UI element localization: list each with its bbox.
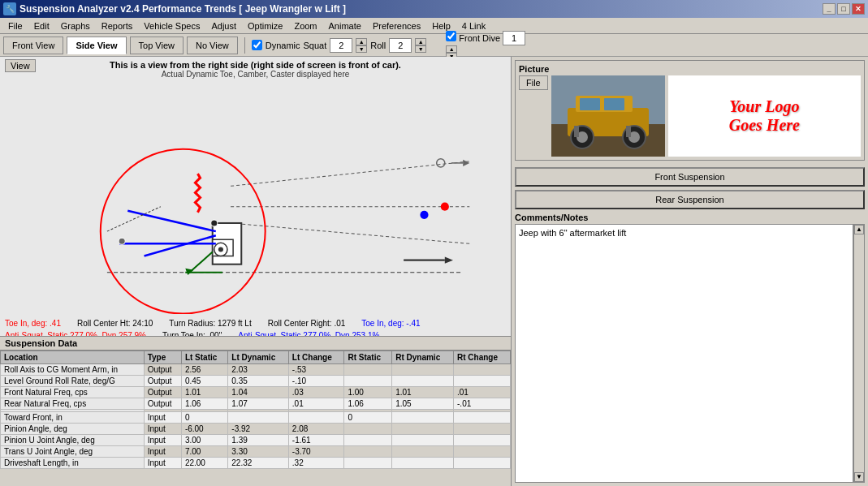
- col-rt-change: Rt Change: [454, 351, 511, 364]
- squat-spinner[interactable]: ▲ ▼: [356, 38, 367, 53]
- turn-toe: Turn Toe In: .00'': [162, 329, 222, 337]
- menu-edit[interactable]: Edit: [29, 20, 54, 32]
- roll-up[interactable]: ▲: [415, 38, 426, 45]
- picture-file-button[interactable]: File: [519, 75, 548, 90]
- toe-in-left: Toe In, deg: .41: [5, 317, 61, 329]
- scroll-down[interactable]: ▼: [854, 472, 864, 482]
- menu-help[interactable]: Help: [427, 20, 456, 32]
- svg-rect-36: [626, 126, 631, 137]
- menu-graphs[interactable]: Graphs: [56, 20, 95, 32]
- roll-center-ht: Roll Center Ht: 24:10: [77, 317, 153, 329]
- tab-front-view[interactable]: Front View: [3, 37, 63, 54]
- col-location: Location: [1, 351, 145, 364]
- squat-down[interactable]: ▼: [356, 45, 367, 53]
- menu-file[interactable]: File: [3, 20, 28, 32]
- vehicle-photo-svg: [551, 75, 665, 157]
- squat-input[interactable]: [330, 38, 352, 53]
- status-bar: Toe In, deg: .41 Roll Center Ht: 24:10 T…: [0, 316, 511, 337]
- roll-down[interactable]: ▼: [415, 45, 426, 53]
- svg-point-11: [420, 211, 428, 219]
- app-icon: 🔧: [3, 2, 16, 15]
- svg-rect-0: [0, 79, 511, 313]
- main-area: View This is a view from the right side …: [0, 57, 868, 486]
- col-rt-static: Rt Static: [344, 351, 392, 364]
- data-area: Suspension Data Location Type Lt Static …: [0, 337, 511, 486]
- table-row: Trans U Joint Angle, degInput7.003.30-3.…: [1, 446, 511, 458]
- front-dive-input[interactable]: [503, 31, 525, 45]
- col-lt-dynamic: Lt Dynamic: [228, 351, 289, 364]
- rear-suspension-button[interactable]: Rear Suspension: [515, 190, 865, 209]
- maximize-button[interactable]: □: [837, 3, 850, 15]
- table-row: Pinion U Joint Angle, degInput3.001.39-1…: [1, 435, 511, 446]
- minimize-button[interactable]: _: [823, 3, 836, 15]
- front-suspension-button[interactable]: Front Suspension: [515, 167, 865, 187]
- anti-squat-right: Anti-Squat, Static 277.0% Dyn 253.1%: [238, 329, 379, 337]
- roll-label: Roll: [370, 41, 386, 50]
- anti-squat-left: Anti-Squat, Static 277.0% Dyn 257.9%: [5, 329, 146, 337]
- menu-reports[interactable]: Reports: [97, 20, 138, 32]
- menu-optimize[interactable]: Optimize: [243, 20, 287, 32]
- comments-scrollbar[interactable]: ▲ ▼: [853, 224, 865, 483]
- turn-radius: Turn Radius: 1279 ft Lt: [169, 317, 251, 329]
- menu-preferences[interactable]: Preferences: [368, 20, 425, 32]
- table-row: Toward Front, inInput00: [1, 412, 511, 424]
- svg-rect-35: [574, 126, 579, 137]
- menu-zoom[interactable]: Zoom: [289, 20, 322, 32]
- table-row: Rear Natural Freq, cpsOutput1.061.07.011…: [1, 398, 511, 410]
- tab-top-view[interactable]: Top View: [130, 37, 184, 54]
- menu-bar: File Edit Graphs Reports Vehicle Specs A…: [0, 18, 868, 34]
- tab-no-view[interactable]: No View: [187, 37, 238, 54]
- menu-4link[interactable]: 4 Link: [457, 20, 490, 32]
- table-row: Pinion Angle, degInput-6.00-3.922.08: [1, 424, 511, 435]
- menu-adjust[interactable]: Adjust: [206, 20, 241, 32]
- svg-point-24: [119, 238, 125, 244]
- data-title: Suspension Data: [0, 337, 511, 351]
- comments-text[interactable]: Jeep with 6" aftermarket lift: [515, 224, 853, 483]
- front-dive-up[interactable]: ▲: [446, 45, 457, 53]
- view-area: View This is a view from the right side …: [0, 57, 511, 337]
- suspension-table: Location Type Lt Static Lt Dynamic Lt Ch…: [0, 351, 511, 469]
- col-lt-static: Lt Static: [181, 351, 227, 364]
- svg-point-23: [211, 220, 218, 226]
- table-body: Roll Axis to CG Moment Arm, inOutput2.56…: [1, 364, 511, 469]
- comments-area: Comments/Notes Jeep with 6" aftermarket …: [515, 213, 865, 483]
- roll-center-right: Roll Center Right: .01: [268, 317, 346, 329]
- view-button[interactable]: View: [5, 59, 36, 72]
- logo-text: Your Logo Goes Here: [729, 97, 800, 135]
- table-row: Driveshaft Length, inInput22.0022.32.32: [1, 458, 511, 469]
- right-panel: Picture File: [512, 57, 868, 486]
- roll-input[interactable]: [389, 38, 412, 53]
- roll-spinner[interactable]: ▲ ▼: [415, 38, 426, 53]
- view-subtitle: Actual Dynamic Toe, Camber, Caster displ…: [0, 70, 511, 79]
- tab-side-view[interactable]: Side View: [67, 37, 126, 54]
- table-row: Level Ground Roll Rate, deg/GOutput0.450…: [1, 376, 511, 387]
- toe-in-right: Toe In, deg: -.41: [361, 317, 420, 329]
- squat-up[interactable]: ▲: [356, 38, 367, 45]
- table-row: Front Natural Freq, cpsOutput1.011.04.03…: [1, 387, 511, 398]
- vehicle-photo: [551, 75, 665, 157]
- picture-title: Picture: [519, 64, 861, 74]
- menu-vehicle-specs[interactable]: Vehicle Specs: [139, 20, 205, 32]
- picture-content: File: [519, 75, 861, 157]
- separator: [244, 37, 245, 54]
- suspension-diagram: [0, 79, 511, 314]
- col-type: Type: [144, 351, 181, 364]
- data-table-container[interactable]: Location Type Lt Static Lt Dynamic Lt Ch…: [0, 351, 511, 486]
- svg-rect-37: [580, 98, 600, 110]
- front-dive-label: Front Dive: [459, 33, 500, 43]
- app-title: Suspension Analyzer v2.4 Performance Tre…: [19, 3, 346, 15]
- svg-point-16: [218, 247, 223, 252]
- view-title: This is a view from the right side (righ…: [0, 57, 511, 70]
- squat-label: Squat: [304, 41, 327, 50]
- scroll-up[interactable]: ▲: [854, 225, 864, 234]
- col-rt-dynamic: Rt Dynamic: [392, 351, 454, 364]
- table-row: Roll Axis to CG Moment Arm, inOutput2.56…: [1, 364, 511, 376]
- close-button[interactable]: ✕: [852, 3, 865, 15]
- menu-animate[interactable]: Animate: [324, 20, 366, 32]
- dynamic-checkbox[interactable]: [252, 40, 262, 50]
- front-dive-section: Front Dive ▲ ▼: [446, 31, 525, 60]
- suspension-buttons: Front Suspension Rear Suspension: [515, 167, 865, 209]
- svg-rect-38: [604, 98, 624, 110]
- left-panel: View This is a view from the right side …: [0, 57, 512, 486]
- front-dive-checkbox[interactable]: [446, 31, 456, 41]
